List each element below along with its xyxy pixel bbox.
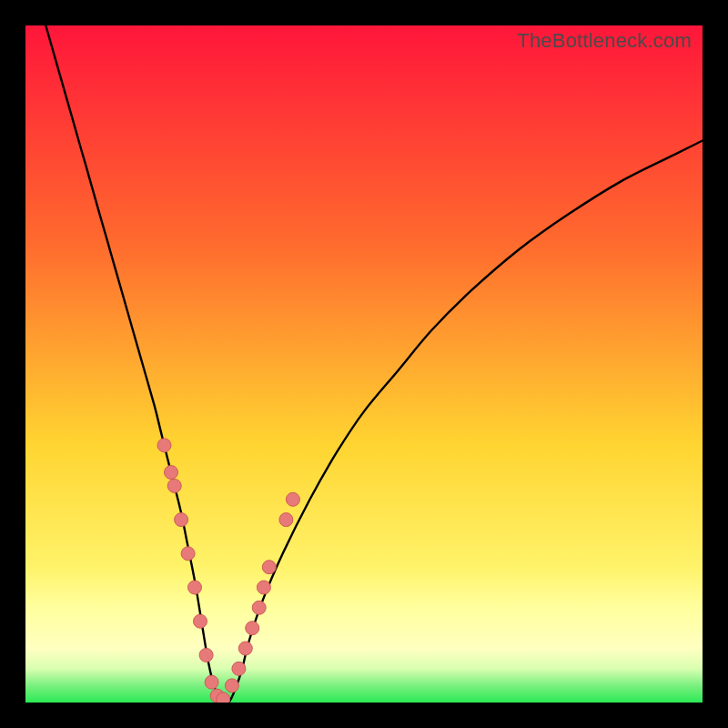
sample-dots-group bbox=[157, 439, 299, 703]
chart-svg bbox=[25, 25, 703, 703]
outer-black-frame: TheBottleneck.com bbox=[0, 0, 728, 728]
sample-dot bbox=[205, 675, 218, 689]
sample-dot bbox=[165, 466, 178, 480]
sample-dot bbox=[232, 662, 246, 675]
sample-dot bbox=[238, 642, 252, 655]
sample-dot bbox=[167, 479, 181, 492]
sample-dot bbox=[257, 581, 270, 594]
sample-dot bbox=[194, 614, 207, 628]
sample-dot bbox=[217, 693, 230, 703]
sample-dot bbox=[175, 513, 188, 527]
watermark-text: TheBottleneck.com bbox=[517, 29, 692, 53]
sample-dot bbox=[246, 622, 259, 635]
sample-dot bbox=[286, 492, 299, 506]
plot-area: TheBottleneck.com bbox=[25, 25, 703, 703]
sample-dot bbox=[225, 679, 238, 693]
sample-dot bbox=[199, 648, 213, 662]
sample-dot bbox=[157, 439, 171, 452]
sample-dot bbox=[262, 561, 276, 574]
sample-dot bbox=[188, 581, 202, 594]
sample-dot bbox=[279, 513, 293, 527]
bottleneck-curve bbox=[46, 25, 703, 703]
sample-dot bbox=[252, 601, 266, 614]
sample-dot bbox=[181, 547, 195, 561]
